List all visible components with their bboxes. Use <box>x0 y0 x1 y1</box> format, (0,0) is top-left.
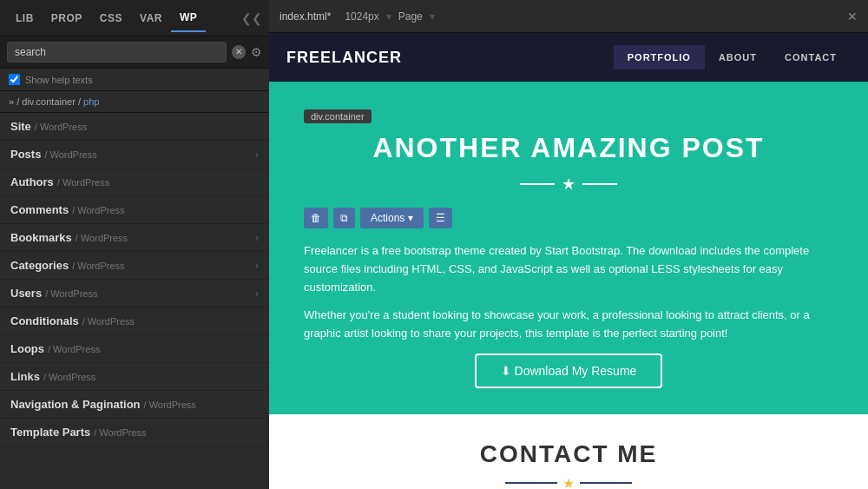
sidebar-item-categories[interactable]: Categories / WordPress › <box>0 252 269 280</box>
topbar-page[interactable]: Page <box>398 10 423 23</box>
search-input[interactable] <box>7 42 227 63</box>
sidebar-item-site-label: Site <box>10 120 31 133</box>
collapse-sidebar-icon[interactable]: ❮❮ <box>241 11 262 25</box>
topbar: index.html* 1024px ▾ Page ▾ ✕ <box>269 0 868 33</box>
nav-link-contact[interactable]: CONTACT <box>771 45 851 69</box>
tab-prop[interactable]: PROP <box>43 5 91 31</box>
sidebar-item-nav-pagination[interactable]: Navigation & Pagination / WordPress <box>0 391 269 419</box>
sidebar-item-users-label: Users <box>10 287 42 300</box>
website-nav: FREELANCER PORTFOLIO ABOUT CONTACT <box>269 33 868 82</box>
sidebar-item-nav-pagination-sub: / WordPress <box>144 400 196 410</box>
sidebar-item-authors-label: Authors <box>10 175 54 188</box>
nav-link-portfolio[interactable]: PORTFOLIO <box>614 45 705 69</box>
contact-title: CONTACT ME <box>304 440 833 468</box>
breadcrumb-text: » / div.container / php <box>9 96 99 107</box>
actions-dropdown[interactable]: Actions ▾ <box>360 208 424 228</box>
hero-section: div.container ANOTHER AMAZING POST ★ 🗑 ⧉… <box>269 82 868 414</box>
search-bar: ✕ ⚙ <box>0 36 269 69</box>
copy-button[interactable]: ⧉ <box>333 208 355 228</box>
contact-divider: ★ <box>304 475 833 489</box>
website-nav-links: PORTFOLIO ABOUT CONTACT <box>614 45 851 69</box>
download-resume-button[interactable]: ⬇ Download My Resume <box>475 354 663 388</box>
sidebar-item-bookmarks-label: Bookmarks <box>10 231 72 244</box>
contact-divider-star: ★ <box>562 475 575 489</box>
website-logo: FREELANCER <box>286 49 402 67</box>
tab-lib[interactable]: LIB <box>7 5 43 31</box>
sidebar-tabs: LIB PROP CSS VAR WP ❮❮ <box>0 0 269 36</box>
hero-body-text-2: Whether you're a student looking to show… <box>304 307 833 343</box>
sidebar-item-template-parts[interactable]: Template Parts / WordPress <box>0 419 269 446</box>
contact-section: CONTACT ME ★ <box>269 414 868 489</box>
sidebar: LIB PROP CSS VAR WP ❮❮ ✕ ⚙ Show help tex… <box>0 0 269 489</box>
sidebar-item-template-parts-label: Template Parts <box>10 426 90 439</box>
sidebar-item-users[interactable]: Users / WordPress › <box>0 280 269 307</box>
sidebar-item-loops-sub: / WordPress <box>48 344 100 354</box>
action-bar: 🗑 ⧉ Actions ▾ ☰ <box>304 208 833 228</box>
sidebar-item-site[interactable]: Site / WordPress <box>0 113 269 141</box>
hero-body-text-1: Freelancer is a free bootstrap theme cre… <box>304 242 833 296</box>
hero-title: ANOTHER AMAZING POST <box>304 132 833 164</box>
sidebar-item-categories-sub: / WordPress <box>72 261 124 271</box>
menu-button[interactable]: ☰ <box>429 208 452 228</box>
sidebar-item-loops[interactable]: Loops / WordPress <box>0 335 269 363</box>
sidebar-item-links-label: Links <box>10 370 40 383</box>
sidebar-list: Site / WordPress Posts / WordPress › Aut… <box>0 113 269 489</box>
hero-divider-star: ★ <box>562 175 575 194</box>
sidebar-item-loops-label: Loops <box>10 342 44 355</box>
search-settings-icon[interactable]: ⚙ <box>251 45 262 59</box>
tab-var[interactable]: VAR <box>131 5 171 31</box>
tab-css[interactable]: CSS <box>91 5 131 31</box>
sidebar-item-posts-label: Posts <box>10 148 41 161</box>
sidebar-item-nav-pagination-label: Navigation & Pagination <box>10 398 141 411</box>
sidebar-item-comments-label: Comments <box>10 203 69 216</box>
sidebar-item-posts-sub: / WordPress <box>44 149 96 160</box>
delete-button[interactable]: 🗑 <box>304 208 328 228</box>
search-clear-button[interactable]: ✕ <box>232 45 246 59</box>
sidebar-item-users-arrow: › <box>255 287 259 300</box>
show-help-checkbox[interactable] <box>9 74 20 85</box>
sidebar-item-template-parts-sub: / WordPress <box>94 427 146 438</box>
sidebar-item-authors-sub: / WordPress <box>57 177 109 188</box>
sidebar-item-comments[interactable]: Comments / WordPress <box>0 196 269 224</box>
topbar-size[interactable]: 1024px <box>345 10 378 23</box>
tab-wp[interactable]: WP <box>171 4 206 32</box>
show-help-label: Show help texts <box>25 75 93 85</box>
hero-divider: ★ <box>304 171 833 194</box>
sidebar-item-categories-arrow: › <box>255 260 259 272</box>
sidebar-item-posts[interactable]: Posts / WordPress › <box>0 141 269 169</box>
website-frame: FREELANCER PORTFOLIO ABOUT CONTACT div.c… <box>269 33 868 489</box>
sidebar-item-categories-label: Categories <box>10 259 69 272</box>
sidebar-item-links[interactable]: Links / WordPress <box>0 363 269 391</box>
sidebar-item-comments-sub: / WordPress <box>72 205 124 215</box>
close-button[interactable]: ✕ <box>847 10 858 23</box>
main-area: index.html* 1024px ▾ Page ▾ ✕ FREELANCER… <box>269 0 868 489</box>
sidebar-item-conditionals-sub: / WordPress <box>82 316 135 327</box>
sidebar-item-posts-arrow: › <box>255 149 259 161</box>
sidebar-item-users-sub: / WordPress <box>45 288 97 299</box>
sidebar-item-links-sub: / WordPress <box>43 372 95 382</box>
preview-area: FREELANCER PORTFOLIO ABOUT CONTACT div.c… <box>269 33 868 489</box>
sidebar-item-site-sub: / WordPress <box>35 122 87 132</box>
nav-link-about[interactable]: ABOUT <box>705 45 771 69</box>
breadcrumb: » / div.container / php <box>0 91 269 113</box>
sidebar-item-conditionals-label: Conditionals <box>10 314 79 327</box>
sidebar-item-conditionals[interactable]: Conditionals / WordPress <box>0 307 269 335</box>
sidebar-item-authors[interactable]: Authors / WordPress <box>0 169 269 196</box>
div-container-badge: div.container <box>304 109 372 123</box>
show-help-row: Show help texts <box>0 69 269 91</box>
sidebar-item-bookmarks[interactable]: Bookmarks / WordPress › <box>0 224 269 252</box>
sidebar-item-bookmarks-sub: / WordPress <box>76 233 128 243</box>
topbar-filename: index.html* <box>279 10 331 23</box>
sidebar-item-bookmarks-arrow: › <box>255 232 259 244</box>
